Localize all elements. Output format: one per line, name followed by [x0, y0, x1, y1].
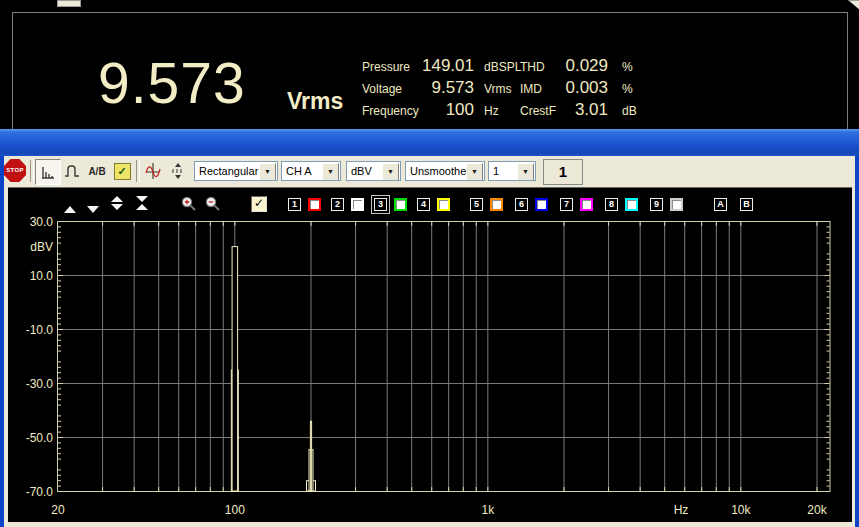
screen: 9.573 Vrms Pressure149.01dBSPLVoltage9.5…: [0, 0, 859, 527]
y-axis-tick-label: 30.0: [30, 215, 54, 229]
x-axis-tick-label: 1k: [481, 503, 495, 517]
y-axis-unit-label: dBV: [30, 240, 53, 254]
spectrum-peak: [310, 421, 311, 491]
y-axis-tick-label: -70.0: [26, 485, 54, 499]
x-axis-tick-label: Hz: [674, 503, 689, 517]
x-axis-tick-label: 10k: [731, 503, 751, 517]
y-axis-tick-label: -30.0: [26, 377, 54, 391]
fft-plot[interactable]: 30.010.0-10.0-30.0-50.0-70.0dBV201001kHz…: [0, 0, 859, 527]
x-axis-tick-label: 20: [51, 503, 65, 517]
x-axis-tick-label: 20k: [807, 503, 827, 517]
y-axis-tick-label: 10.0: [30, 269, 54, 283]
y-axis-tick-label: -10.0: [26, 323, 54, 337]
x-axis-tick-label: 100: [225, 503, 245, 517]
y-axis-tick-label: -50.0: [26, 431, 54, 445]
spectrum-peak: [232, 247, 238, 491]
